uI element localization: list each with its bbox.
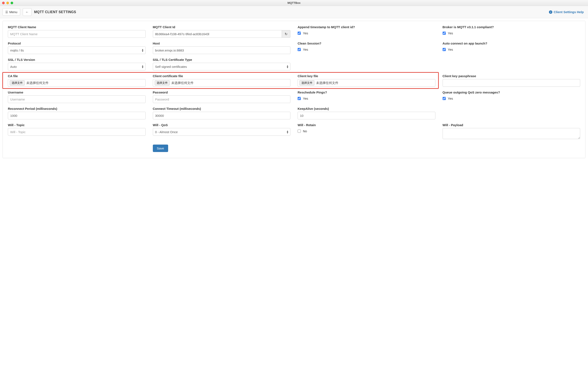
auto-connect-yes: Yes	[448, 48, 453, 51]
password-input[interactable]	[153, 95, 291, 103]
refresh-icon	[285, 32, 287, 36]
window-title: MQTTBox	[0, 1, 588, 4]
titlebar: MQTTBox	[0, 0, 588, 6]
client-cert-file-status: 未选择任何文件	[171, 81, 194, 85]
auto-connect-checkbox[interactable]	[443, 48, 446, 51]
broker-compliant-checkbox[interactable]	[443, 32, 446, 35]
ssl-cert-type-select[interactable]: Self signed certificates	[153, 63, 291, 70]
protocol-label: Protocol	[8, 41, 146, 45]
keepalive-input[interactable]	[298, 112, 435, 119]
reschedule-pings-yes: Yes	[303, 97, 308, 100]
password-label: Password	[153, 90, 291, 94]
back-button[interactable]	[23, 8, 32, 16]
will-topic-label: Will - Topic	[8, 123, 146, 127]
will-qos-label: Will - QoS	[153, 123, 291, 127]
append-timestamp-yes: Yes	[303, 31, 308, 35]
will-retain-no: No	[303, 129, 307, 133]
username-label: Username	[8, 90, 146, 94]
reconnect-period-label: Reconnect Period (milliseconds)	[8, 107, 146, 110]
will-payload-label: Will - Payload	[443, 123, 580, 127]
append-timestamp-label: Append timestamp to MQTT client id?	[298, 25, 435, 29]
close-icon[interactable]	[2, 2, 5, 4]
ca-file-input[interactable]: 选择文件 未选择任何文件	[8, 79, 146, 87]
client-name-label: MQTT Client Name	[8, 25, 146, 29]
client-settings-help-link[interactable]: i Client Settings Help	[549, 10, 584, 14]
maximize-icon[interactable]	[10, 2, 13, 4]
client-key-file-label: Client key file	[298, 74, 435, 78]
broker-compliant-yes: Yes	[448, 31, 453, 35]
protocol-select[interactable]: mqtts / tls	[8, 46, 146, 54]
append-timestamp-checkbox[interactable]	[298, 32, 301, 35]
will-payload-textarea[interactable]	[443, 128, 580, 139]
will-retain-label: Will - Retain	[298, 123, 435, 127]
ssl-cert-type-label: SSL / TLS Certificate Type	[153, 58, 291, 61]
client-key-file-input[interactable]: 选择文件 未选择任何文件	[298, 79, 435, 87]
ssl-version-label: SSL / TLS Version	[8, 58, 146, 61]
regenerate-client-id-button[interactable]	[282, 30, 290, 38]
client-id-input[interactable]	[153, 30, 282, 38]
client-cert-file-label: Client certificate file	[153, 74, 291, 78]
keepalive-label: KeepAlive (seconds)	[298, 107, 435, 110]
ca-file-choose-button[interactable]: 选择文件	[10, 80, 25, 85]
breadcrumb: MQTT CLIENT SETTINGS	[34, 10, 76, 14]
clean-session-yes: Yes	[303, 48, 308, 51]
ssl-version-select[interactable]: Auto	[8, 63, 146, 70]
connect-timeout-label: Connect Timeout (milliseconds)	[153, 107, 291, 110]
minimize-icon[interactable]	[6, 2, 9, 4]
client-key-choose-button[interactable]: 选择文件	[300, 80, 314, 85]
connect-timeout-input[interactable]	[153, 112, 291, 119]
ca-file-label: CA file	[8, 74, 146, 78]
toolbar: Menu MQTT CLIENT SETTINGS i Client Setti…	[0, 6, 588, 18]
auto-connect-label: Auto connect on app launch?	[443, 41, 580, 45]
client-key-passphrase-label: Client key passphrase	[443, 74, 580, 78]
help-link-label: Client Settings Help	[554, 10, 584, 14]
window-controls	[2, 2, 13, 4]
will-topic-input[interactable]	[8, 128, 146, 136]
reschedule-pings-checkbox[interactable]	[298, 97, 301, 100]
host-input[interactable]	[153, 46, 291, 54]
info-icon: i	[549, 10, 552, 14]
will-retain-checkbox[interactable]	[298, 130, 301, 133]
broker-compliant-label: Broker is MQTT v3.1.1 compliant?	[443, 25, 580, 29]
save-button[interactable]: Save	[153, 145, 168, 152]
queue-qos0-label: Queue outgoing QoS zero messages?	[443, 90, 580, 94]
will-qos-select[interactable]: 0 - Almost Once	[153, 128, 291, 136]
ca-file-status: 未选择任何文件	[26, 81, 49, 85]
menu-button[interactable]: Menu	[2, 8, 20, 16]
client-name-input[interactable]	[8, 30, 146, 38]
client-cert-file-input[interactable]: 选择文件 未选择任何文件	[153, 79, 291, 87]
arrow-left-icon	[25, 10, 29, 14]
client-key-file-status: 未选择任何文件	[316, 81, 338, 85]
clean-session-checkbox[interactable]	[298, 48, 301, 51]
clean-session-label: Clean Session?	[298, 41, 435, 45]
reconnect-period-input[interactable]	[8, 112, 146, 119]
queue-qos0-checkbox[interactable]	[443, 97, 446, 100]
certificate-files-row: CA file 选择文件 未选择任何文件 Client certificate …	[8, 74, 435, 87]
reschedule-pings-label: Reschedule Pings?	[298, 90, 435, 94]
client-cert-choose-button[interactable]: 选择文件	[155, 80, 170, 85]
username-input[interactable]	[8, 95, 146, 103]
queue-qos0-yes: Yes	[448, 97, 453, 100]
client-id-label: MQTT Client Id	[153, 25, 291, 29]
hamburger-icon	[5, 10, 8, 14]
host-label: Host	[153, 41, 291, 45]
menu-button-label: Menu	[9, 10, 17, 14]
client-key-passphrase-input[interactable]	[443, 79, 580, 87]
settings-panel: MQTT Client Name MQTT Client Id Append t…	[2, 21, 586, 158]
